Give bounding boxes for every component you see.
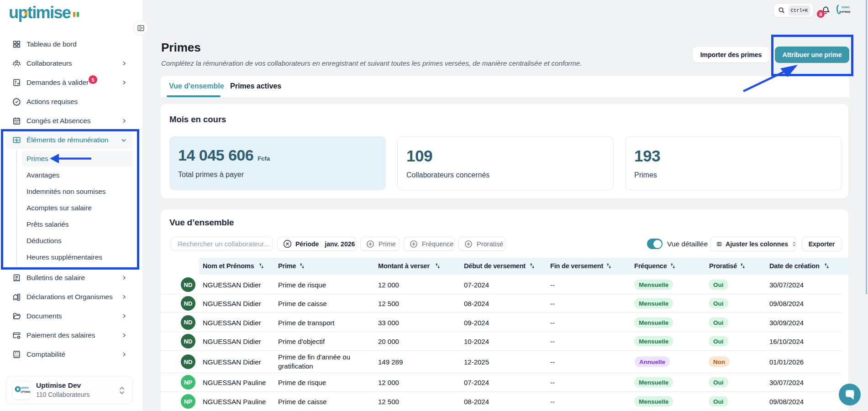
- svg-text:UPTIMISE: UPTIMISE: [21, 391, 30, 393]
- svg-text:UPTIMISE: UPTIMISE: [841, 11, 851, 13]
- svg-text:DEMO: DEMO: [842, 6, 850, 9]
- svg-text:DEMO: DEMO: [21, 386, 29, 389]
